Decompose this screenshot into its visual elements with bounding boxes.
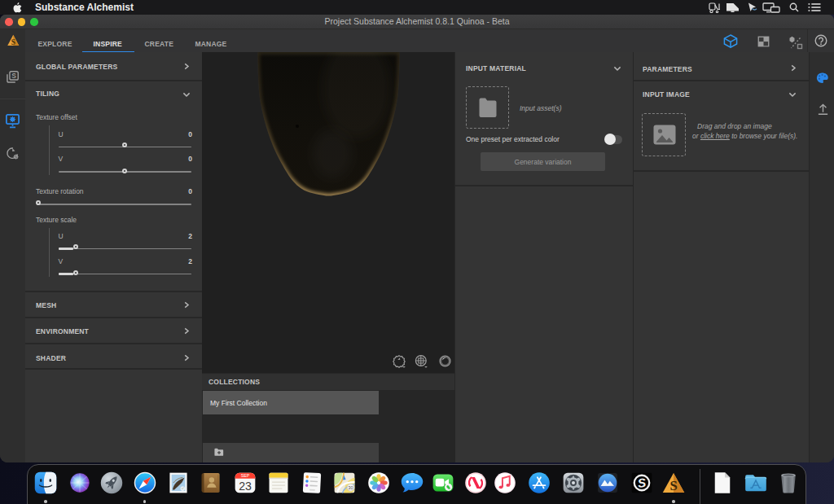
svg-text:30: 30: [348, 485, 353, 490]
svg-text:SEP: SEP: [240, 473, 249, 478]
svg-text:S: S: [11, 72, 16, 80]
svg-text:S: S: [11, 38, 15, 46]
svg-text:23: 23: [239, 480, 252, 493]
svg-text:S: S: [669, 478, 677, 493]
